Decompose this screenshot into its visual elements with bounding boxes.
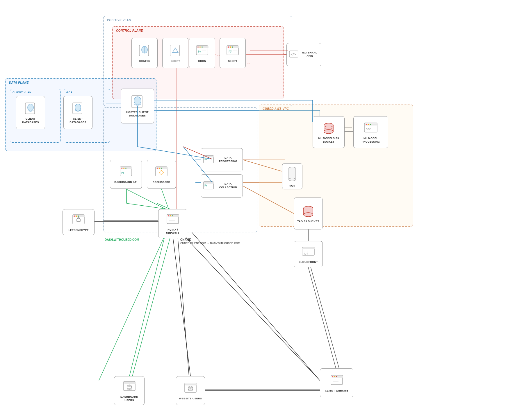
- ml-models-s3-icon: [322, 121, 336, 135]
- svg-point-54: [28, 104, 33, 111]
- svg-text:py: py: [198, 50, 201, 53]
- tag-s3-icon: [301, 204, 315, 218]
- svg-rect-102: [303, 248, 315, 249]
- seopt1-label: SEOPT: [171, 60, 180, 63]
- cname-label: CNAME CUBED.CLIENT.COM → DATA.WITHCUBED.…: [180, 238, 240, 245]
- svg-point-98: [304, 213, 313, 217]
- website-users-label: WEBSITE USERS: [179, 397, 202, 401]
- svg-rect-33: [170, 45, 179, 56]
- nginx-firewall-component: NGINX / FIREWALL: [158, 209, 187, 238]
- svg-point-126: [189, 387, 192, 389]
- cloudfront-label: CLOUDFRONT: [299, 261, 318, 264]
- svg-rect-77: [204, 182, 214, 184]
- dashboard-label: DASHBOARD: [152, 181, 170, 184]
- config-icon: [138, 44, 152, 58]
- svg-line-20: [132, 232, 172, 376]
- client-db1-icon: [24, 102, 38, 116]
- svg-line-137: [308, 267, 336, 368]
- client-db2-component: CLIENTDATABASES: [63, 96, 92, 129]
- client-website-component: CLIENT WEBSITE: [320, 368, 353, 397]
- dashboard-component: DASHBOARD: [147, 160, 176, 189]
- svg-text:</>: </>: [366, 127, 371, 130]
- svg-point-47: [232, 46, 233, 48]
- data-processing-component: py DATA PROCESSING: [201, 148, 243, 171]
- svg-point-117: [78, 216, 79, 217]
- ml-models-s3-label: ML MODELS S3 BUCKET: [315, 137, 342, 143]
- ml-model-processing-icon: </>: [364, 121, 378, 135]
- cloudfront-component: ··· </> CLOUDFRONT: [294, 241, 323, 267]
- svg-point-93: [289, 178, 296, 181]
- svg-point-89: [370, 124, 371, 125]
- hosted-client-db-component: HOSTED CLIENTDATABASES: [121, 89, 154, 123]
- svg-point-109: [172, 215, 173, 216]
- website-users-component: WEBSITE USERS: [176, 376, 205, 405]
- svg-point-129: [332, 376, 333, 377]
- dashboard-icon: [154, 165, 168, 179]
- tag-s3-component: TAG S3 BUCKET: [294, 198, 323, 229]
- svg-text:</>: </>: [291, 52, 296, 56]
- data-collection-component: py DATA COLLECTION: [201, 174, 243, 198]
- data-plane-label: DATA PLANE: [9, 81, 29, 84]
- letsencrypt-icon: [72, 213, 85, 227]
- svg-text:</>: </>: [304, 252, 309, 255]
- tag-s3-label: TAG S3 BUCKET: [297, 220, 319, 223]
- svg-point-108: [170, 215, 171, 216]
- seopt2-label: SEOPT: [228, 60, 237, 63]
- data-collection-label: DATA COLLECTION: [216, 182, 240, 189]
- svg-point-122: [128, 385, 131, 387]
- svg-text:py: py: [204, 158, 207, 160]
- client-vlan-label: CLIENT VLAN: [13, 91, 31, 94]
- hosted-client-db-label: HOSTED CLIENTDATABASES: [126, 111, 148, 117]
- svg-point-68: [159, 168, 160, 169]
- client-db2-label: CLIENTDATABASES: [70, 117, 86, 124]
- svg-point-87: [366, 124, 367, 125]
- data-processing-label: DATA PROCESSING: [216, 156, 240, 163]
- svg-point-38: [199, 46, 201, 48]
- external-apis-label: EXTERNAL APIS: [301, 51, 319, 58]
- svg-point-107: [168, 215, 169, 216]
- client-db1-label: CLIENTDATABASES: [22, 117, 39, 124]
- letsencrypt-label: LETSENCRYPT: [69, 229, 89, 232]
- svg-point-37: [197, 46, 199, 48]
- svg-point-58: [134, 97, 141, 105]
- config-component: CONFIG: [131, 38, 158, 68]
- svg-rect-120: [124, 382, 136, 384]
- svg-point-130: [334, 376, 335, 377]
- svg-point-81: [324, 130, 333, 134]
- dashboard-api-icon: py: [119, 165, 133, 179]
- svg-line-19: [99, 221, 172, 380]
- cron-component: py CRON: [189, 38, 215, 68]
- svg-line-16: [308, 259, 342, 378]
- nginx-icon: [166, 213, 180, 227]
- svg-rect-124: [185, 384, 197, 385]
- svg-rect-74: [204, 156, 214, 157]
- svg-point-116: [76, 216, 77, 217]
- cron-icon: py: [195, 44, 209, 58]
- positive-vlan-label: POSITIVE VLAN: [107, 19, 131, 22]
- ml-model-processing-component: </> ML MODEL PROCESSING: [353, 116, 388, 148]
- seopt1-icon: [168, 44, 182, 58]
- svg-point-62: [123, 168, 124, 169]
- cloudfront-icon: ··· </>: [301, 245, 315, 259]
- svg-point-67: [157, 168, 158, 169]
- control-plane-label: CONTROL PLANE: [116, 29, 143, 32]
- svg-text:py: py: [229, 50, 232, 53]
- sqs-label: SQS: [289, 184, 295, 188]
- client-website-icon: [330, 374, 344, 387]
- seopt1-component: SEOPT: [162, 38, 188, 68]
- data-collection-icon: py: [203, 181, 214, 191]
- nginx-label: NGINX / FIREWALL: [161, 228, 185, 235]
- svg-line-21: [177, 232, 189, 376]
- dashboard-api-component: py DASHBOARD API: [110, 160, 142, 189]
- data-processing-icon: py: [203, 155, 214, 165]
- svg-point-61: [121, 168, 122, 169]
- website-users-icon: [183, 381, 197, 395]
- gcp-label: GCP: [66, 91, 72, 94]
- external-apis-icon: </>: [289, 50, 298, 59]
- svg-point-56: [75, 104, 81, 111]
- svg-point-45: [228, 46, 229, 48]
- svg-point-63: [125, 168, 126, 169]
- dashboard-users-component: DASHBOARD USERS: [114, 376, 145, 405]
- client-db2-icon: [71, 102, 85, 116]
- architecture-diagram: POSITIVE VLAN CONTROL PLANE DATA PLANE C…: [0, 0, 531, 420]
